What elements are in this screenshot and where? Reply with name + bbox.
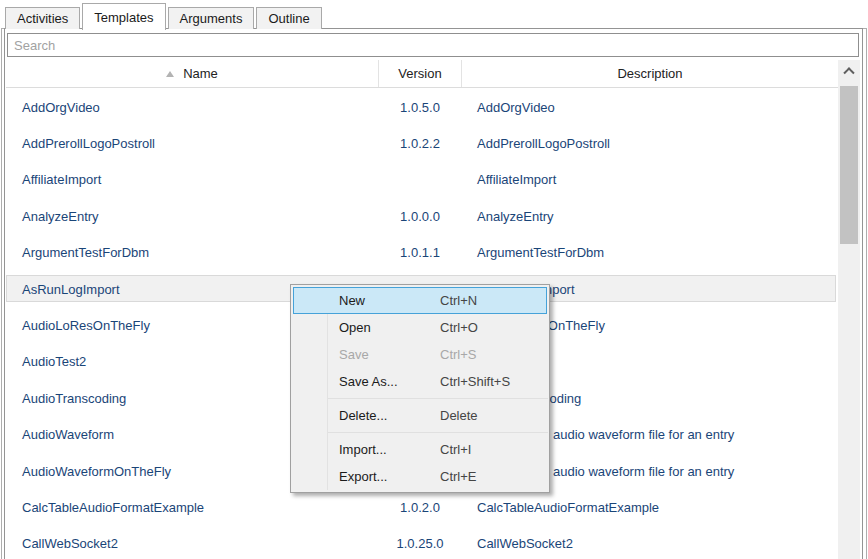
menu-item-shortcut: Ctrl+N — [440, 288, 477, 313]
table-row[interactable]: ArgumentTestForDbm 1.0.1.1 ArgumentTestF… — [6, 235, 836, 271]
menu-item-shortcut: Ctrl+I — [440, 437, 471, 462]
scrollbar-thumb[interactable] — [840, 86, 858, 244]
template-name: CalcTableAudioFormatExample — [6, 500, 378, 515]
template-version: 1.0.5.0 — [378, 100, 462, 115]
table-header: Name Version Description — [6, 60, 838, 88]
template-description: AffiliateImport — [462, 172, 836, 187]
table-row[interactable]: AnalyzeEntry 1.0.0.0 AnalyzeEntry — [6, 198, 836, 234]
menu-item-label: New — [339, 288, 365, 313]
scroll-up-button[interactable] — [838, 60, 860, 79]
template-description: ArgumentTestForDbm — [462, 245, 836, 260]
menu-item-shortcut: Ctrl+O — [440, 315, 478, 340]
template-description: CalcTableAudioFormatExample — [462, 500, 836, 515]
template-name: ArgumentTestForDbm — [6, 245, 378, 260]
table-row[interactable]: CalcTableAudioFormatExample 1.0.2.0 Calc… — [6, 489, 836, 525]
column-header-description-label: Description — [617, 66, 682, 81]
menu-item-delete[interactable]: Delete... Delete — [293, 402, 547, 429]
table-row[interactable]: CallWebSocket2 1.0.25.0 CallWebSocket2 — [6, 526, 836, 559]
template-version: 1.0.0.0 — [378, 209, 462, 224]
vertical-scrollbar[interactable] — [838, 60, 860, 559]
template-version: 1.0.1.1 — [378, 245, 462, 260]
menu-separator — [327, 398, 548, 399]
menu-item-shortcut: Delete — [440, 403, 478, 428]
menu-item-label: Open — [339, 315, 371, 340]
column-header-version[interactable]: Version — [378, 60, 462, 87]
tab-label: Arguments — [180, 11, 243, 26]
menu-item-saveas[interactable]: Save As... Ctrl+Shift+S — [293, 368, 547, 395]
tab-bar: ActivitiesTemplatesArgumentsOutline — [5, 2, 324, 29]
menu-item-save[interactable]: Save Ctrl+S — [293, 341, 547, 368]
tab-outline[interactable]: Outline — [256, 7, 321, 29]
context-menu: New Ctrl+N Open Ctrl+O Save Ctrl+S Save … — [290, 284, 550, 493]
template-name: AddOrgVideo — [6, 100, 378, 115]
tab-label: Activities — [17, 11, 68, 26]
table-row[interactable]: AffiliateImport AffiliateImport — [6, 162, 836, 198]
tab-arguments[interactable]: Arguments — [168, 7, 255, 29]
menu-item-label: Delete... — [339, 403, 387, 428]
menu-item-shortcut: Ctrl+S — [440, 342, 476, 367]
tab-activities[interactable]: Activities — [5, 7, 80, 29]
template-version: 1.0.2.0 — [378, 500, 462, 515]
tab-templates[interactable]: Templates — [82, 3, 165, 30]
sort-ascending-icon — [166, 71, 174, 77]
menu-item-new[interactable]: New Ctrl+N — [293, 287, 547, 314]
tab-label: Outline — [268, 11, 309, 26]
template-name: AffiliateImport — [6, 172, 378, 187]
search-input[interactable] — [7, 33, 859, 57]
table-row[interactable]: AddOrgVideo 1.0.5.0 AddOrgVideo — [6, 89, 836, 125]
column-header-version-label: Version — [398, 66, 441, 81]
menu-item-shortcut: Ctrl+E — [440, 464, 476, 489]
menu-item-label: Save — [339, 342, 369, 367]
menu-separator — [327, 432, 548, 433]
menu-item-import[interactable]: Import... Ctrl+I — [293, 436, 547, 463]
template-description: AddPrerollLogoPostroll — [462, 136, 836, 151]
menu-item-open[interactable]: Open Ctrl+O — [293, 314, 547, 341]
menu-item-label: Import... — [339, 437, 387, 462]
template-name: AnalyzeEntry — [6, 209, 378, 224]
tab-label: Templates — [94, 10, 153, 25]
template-description: AnalyzeEntry — [462, 209, 836, 224]
menu-item-shortcut: Ctrl+Shift+S — [440, 369, 510, 394]
template-version: 1.0.25.0 — [378, 536, 462, 551]
menu-item-label: Save As... — [339, 369, 398, 394]
column-header-name[interactable]: Name — [6, 60, 378, 87]
column-header-description[interactable]: Description — [462, 60, 838, 87]
column-header-name-label: Name — [183, 66, 218, 81]
menu-item-export[interactable]: Export... Ctrl+E — [293, 463, 547, 490]
template-version: 1.0.2.2 — [378, 136, 462, 151]
chevron-up-icon — [843, 67, 854, 78]
template-name: AddPrerollLogoPostroll — [6, 136, 378, 151]
template-description: AddOrgVideo — [462, 100, 836, 115]
table-row[interactable]: AddPrerollLogoPostroll 1.0.2.2 AddPrerol… — [6, 125, 836, 161]
menu-item-label: Export... — [339, 464, 387, 489]
template-name: CallWebSocket2 — [6, 536, 378, 551]
template-description: CallWebSocket2 — [462, 536, 836, 551]
